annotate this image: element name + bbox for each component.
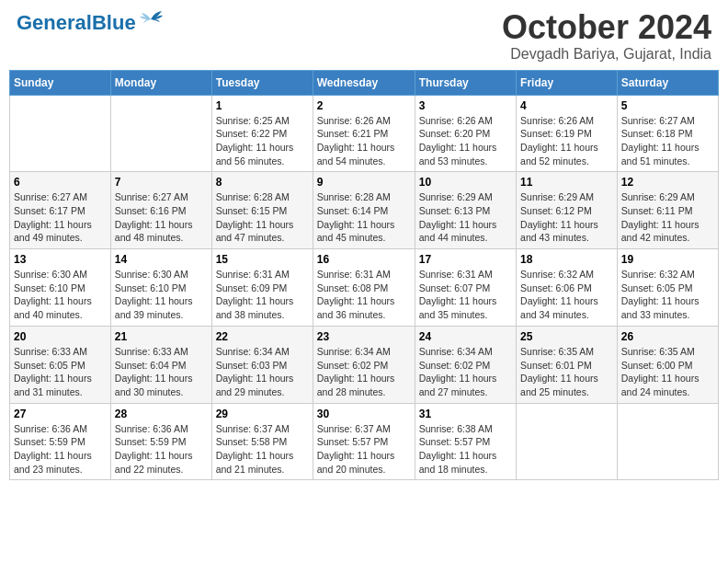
day-info: Sunrise: 6:36 AMSunset: 5:59 PMDaylight:… — [115, 422, 208, 477]
day-number: 23 — [317, 330, 411, 343]
day-info: Sunrise: 6:31 AMSunset: 6:07 PMDaylight:… — [419, 268, 512, 322]
page-header: GeneralBlue October 2024 Devgadh Bariya,… — [9, 9, 719, 63]
day-info: Sunrise: 6:25 AMSunset: 6:22 PMDaylight:… — [216, 114, 309, 168]
calendar-header-saturday: Saturday — [617, 70, 718, 95]
calendar-cell — [617, 403, 718, 480]
day-info: Sunrise: 6:29 AMSunset: 6:13 PMDaylight:… — [419, 190, 512, 245]
day-info: Sunrise: 6:37 AMSunset: 5:57 PMDaylight:… — [317, 422, 411, 477]
day-info: Sunrise: 6:30 AMSunset: 6:10 PMDaylight:… — [115, 268, 208, 322]
calendar-header-sunday: Sunday — [10, 70, 111, 95]
location: Devgadh Bariya, Gujarat, India — [502, 46, 711, 63]
month-title: October 2024 — [502, 9, 711, 46]
calendar-cell: 26Sunrise: 6:35 AMSunset: 6:00 PMDayligh… — [617, 326, 718, 403]
day-info: Sunrise: 6:37 AMSunset: 5:58 PMDaylight:… — [216, 422, 309, 477]
calendar-week-row: 27Sunrise: 6:36 AMSunset: 5:59 PMDayligh… — [10, 403, 719, 480]
day-info: Sunrise: 6:29 AMSunset: 6:12 PMDaylight:… — [520, 190, 613, 245]
day-number: 5 — [621, 99, 714, 112]
day-number: 17 — [419, 253, 512, 266]
calendar-cell: 11Sunrise: 6:29 AMSunset: 6:12 PMDayligh… — [517, 172, 618, 249]
title-section: October 2024 Devgadh Bariya, Gujarat, In… — [502, 9, 711, 63]
calendar-cell — [10, 95, 111, 172]
calendar-header-tuesday: Tuesday — [211, 70, 313, 95]
day-info: Sunrise: 6:34 AMSunset: 6:03 PMDaylight:… — [216, 345, 309, 399]
day-number: 1 — [216, 99, 309, 112]
day-info: Sunrise: 6:34 AMSunset: 6:02 PMDaylight:… — [419, 345, 512, 399]
day-info: Sunrise: 6:28 AMSunset: 6:15 PMDaylight:… — [216, 190, 309, 245]
calendar-cell: 14Sunrise: 6:30 AMSunset: 6:10 PMDayligh… — [110, 249, 211, 327]
day-number: 15 — [216, 253, 309, 266]
day-info: Sunrise: 6:35 AMSunset: 6:00 PMDaylight:… — [621, 345, 714, 399]
day-info: Sunrise: 6:32 AMSunset: 6:06 PMDaylight:… — [520, 268, 613, 322]
day-info: Sunrise: 6:35 AMSunset: 6:01 PMDaylight:… — [520, 345, 613, 399]
calendar-cell: 22Sunrise: 6:34 AMSunset: 6:03 PMDayligh… — [211, 326, 313, 403]
calendar-week-row: 6Sunrise: 6:27 AMSunset: 6:17 PMDaylight… — [10, 172, 719, 249]
calendar-cell: 18Sunrise: 6:32 AMSunset: 6:06 PMDayligh… — [517, 249, 618, 327]
day-info: Sunrise: 6:30 AMSunset: 6:10 PMDaylight:… — [14, 268, 107, 322]
calendar-cell: 27Sunrise: 6:36 AMSunset: 5:59 PMDayligh… — [10, 403, 111, 480]
day-info: Sunrise: 6:27 AMSunset: 6:18 PMDaylight:… — [621, 114, 714, 168]
day-number: 12 — [621, 176, 714, 189]
day-number: 27 — [14, 408, 107, 420]
day-info: Sunrise: 6:26 AMSunset: 6:20 PMDaylight:… — [419, 114, 512, 168]
day-number: 25 — [520, 330, 613, 343]
logo-bird-icon — [138, 10, 164, 29]
calendar-week-row: 20Sunrise: 6:33 AMSunset: 6:05 PMDayligh… — [10, 326, 719, 403]
day-info: Sunrise: 6:27 AMSunset: 6:16 PMDaylight:… — [115, 190, 208, 245]
day-number: 19 — [621, 253, 714, 266]
calendar-header-wednesday: Wednesday — [313, 70, 415, 95]
calendar-cell: 15Sunrise: 6:31 AMSunset: 6:09 PMDayligh… — [211, 249, 313, 327]
day-number: 22 — [216, 330, 309, 343]
calendar-week-row: 1Sunrise: 6:25 AMSunset: 6:22 PMDaylight… — [10, 95, 719, 172]
calendar-header-row: SundayMondayTuesdayWednesdayThursdayFrid… — [10, 70, 719, 95]
calendar-cell: 6Sunrise: 6:27 AMSunset: 6:17 PMDaylight… — [10, 172, 111, 249]
day-number: 2 — [317, 99, 411, 112]
calendar-header-friday: Friday — [517, 70, 618, 95]
logo-general: General — [17, 11, 92, 34]
calendar-cell: 16Sunrise: 6:31 AMSunset: 6:08 PMDayligh… — [313, 249, 415, 327]
day-number: 8 — [216, 176, 309, 189]
day-number: 24 — [419, 330, 512, 343]
calendar-cell — [517, 403, 618, 480]
day-number: 29 — [216, 408, 309, 420]
calendar-cell: 20Sunrise: 6:33 AMSunset: 6:05 PMDayligh… — [10, 326, 111, 403]
calendar-table: SundayMondayTuesdayWednesdayThursdayFrid… — [9, 70, 719, 481]
calendar-cell: 13Sunrise: 6:30 AMSunset: 6:10 PMDayligh… — [10, 249, 111, 327]
calendar-cell — [110, 95, 211, 172]
calendar-cell: 23Sunrise: 6:34 AMSunset: 6:02 PMDayligh… — [313, 326, 415, 403]
day-number: 10 — [419, 176, 512, 189]
day-number: 16 — [317, 253, 411, 266]
day-number: 28 — [115, 408, 208, 420]
calendar-cell: 30Sunrise: 6:37 AMSunset: 5:57 PMDayligh… — [313, 403, 415, 480]
calendar-cell: 1Sunrise: 6:25 AMSunset: 6:22 PMDaylight… — [211, 95, 313, 172]
day-number: 21 — [115, 330, 208, 343]
day-info: Sunrise: 6:34 AMSunset: 6:02 PMDaylight:… — [317, 345, 411, 399]
calendar-cell: 21Sunrise: 6:33 AMSunset: 6:04 PMDayligh… — [110, 326, 211, 403]
calendar-cell: 2Sunrise: 6:26 AMSunset: 6:21 PMDaylight… — [313, 95, 415, 172]
logo-blue: Blue — [92, 11, 136, 34]
calendar-cell: 9Sunrise: 6:28 AMSunset: 6:14 PMDaylight… — [313, 172, 415, 249]
day-number: 7 — [115, 176, 208, 189]
calendar-cell: 29Sunrise: 6:37 AMSunset: 5:58 PMDayligh… — [211, 403, 313, 480]
day-number: 18 — [520, 253, 613, 266]
day-number: 4 — [520, 99, 613, 112]
calendar-header-monday: Monday — [110, 70, 211, 95]
day-info: Sunrise: 6:33 AMSunset: 6:04 PMDaylight:… — [115, 345, 208, 399]
day-info: Sunrise: 6:31 AMSunset: 6:08 PMDaylight:… — [317, 268, 411, 322]
day-number: 11 — [520, 176, 613, 189]
day-info: Sunrise: 6:32 AMSunset: 6:05 PMDaylight:… — [621, 268, 714, 322]
day-info: Sunrise: 6:26 AMSunset: 6:21 PMDaylight:… — [317, 114, 411, 168]
day-number: 3 — [419, 99, 512, 112]
day-info: Sunrise: 6:31 AMSunset: 6:09 PMDaylight:… — [216, 268, 309, 322]
calendar-cell: 28Sunrise: 6:36 AMSunset: 5:59 PMDayligh… — [110, 403, 211, 480]
calendar-cell: 7Sunrise: 6:27 AMSunset: 6:16 PMDaylight… — [110, 172, 211, 249]
day-info: Sunrise: 6:29 AMSunset: 6:11 PMDaylight:… — [621, 190, 714, 245]
day-number: 26 — [621, 330, 714, 343]
calendar-cell: 19Sunrise: 6:32 AMSunset: 6:05 PMDayligh… — [617, 249, 718, 327]
calendar-cell: 8Sunrise: 6:28 AMSunset: 6:15 PMDaylight… — [211, 172, 313, 249]
day-number: 9 — [317, 176, 411, 189]
day-number: 20 — [14, 330, 107, 343]
day-info: Sunrise: 6:38 AMSunset: 5:57 PMDaylight:… — [419, 422, 512, 477]
calendar-header-thursday: Thursday — [415, 70, 516, 95]
calendar-cell: 3Sunrise: 6:26 AMSunset: 6:20 PMDaylight… — [415, 95, 516, 172]
calendar-week-row: 13Sunrise: 6:30 AMSunset: 6:10 PMDayligh… — [10, 249, 719, 327]
